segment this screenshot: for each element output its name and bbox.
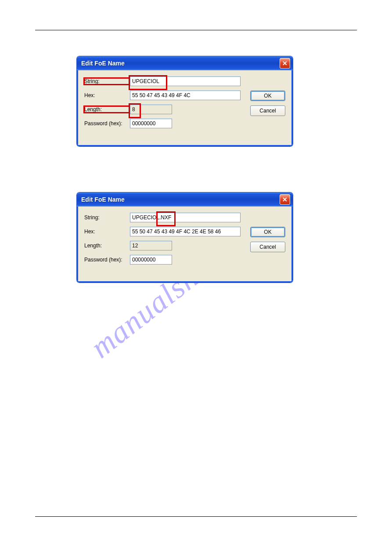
string-input[interactable] — [130, 213, 241, 222]
close-icon: ✕ — [282, 60, 288, 66]
close-button[interactable]: ✕ — [280, 194, 290, 205]
bottom-rule — [35, 516, 357, 517]
row-string: String: — [84, 213, 285, 222]
label-string: String: — [84, 214, 130, 221]
dialog-body: String: Hex: Length: Password (hex): OK … — [77, 70, 293, 146]
ok-button[interactable]: OK — [250, 227, 285, 237]
edit-foe-name-dialog-1: Edit FoE Name ✕ String: Hex: Length: Pas… — [77, 56, 293, 146]
hex-input[interactable] — [130, 91, 241, 100]
close-button[interactable]: ✕ — [280, 58, 290, 69]
label-password: Password (hex): — [84, 120, 130, 127]
string-input[interactable] — [130, 76, 241, 86]
label-password: Password (hex): — [84, 257, 130, 263]
dialog-title: Edit FoE Name — [81, 196, 125, 203]
top-rule — [35, 30, 357, 30]
button-column: OK Cancel — [250, 91, 285, 116]
button-column: OK Cancel — [250, 227, 285, 252]
password-input[interactable] — [130, 119, 172, 128]
label-string: String: — [84, 78, 130, 84]
password-input[interactable] — [130, 255, 172, 265]
label-length: Length: — [84, 106, 130, 112]
titlebar[interactable]: Edit FoE Name ✕ — [77, 56, 293, 70]
dialog-body: String: Hex: Length: Password (hex): OK … — [77, 207, 293, 283]
titlebar[interactable]: Edit FoE Name ✕ — [77, 192, 293, 207]
ok-button[interactable]: OK — [250, 91, 285, 101]
dialog-title: Edit FoE Name — [81, 60, 125, 67]
label-hex: Hex: — [84, 92, 130, 98]
label-length: Length: — [84, 243, 130, 249]
cancel-button[interactable]: Cancel — [250, 105, 285, 116]
length-input — [130, 241, 172, 250]
hex-input[interactable] — [130, 227, 241, 236]
row-password: Password (hex): — [84, 119, 285, 128]
row-password: Password (hex): — [84, 255, 285, 265]
close-icon: ✕ — [282, 196, 288, 203]
edit-foe-name-dialog-2: Edit FoE Name ✕ String: Hex: Length: Pas… — [77, 192, 293, 283]
length-input — [130, 105, 172, 114]
label-hex: Hex: — [84, 229, 130, 235]
row-string: String: — [84, 76, 285, 86]
cancel-button[interactable]: Cancel — [250, 242, 285, 252]
